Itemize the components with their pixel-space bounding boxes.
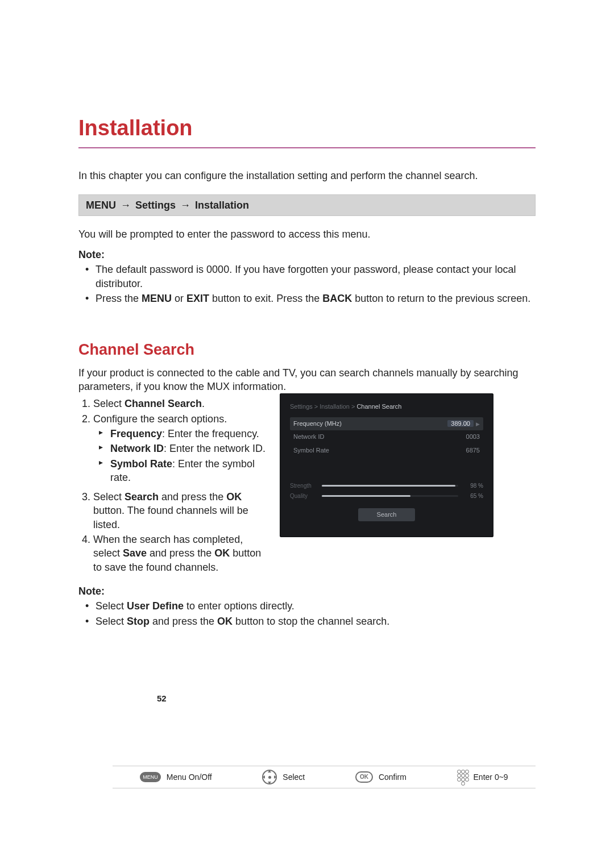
password-prompt-text: You will be prompted to enter the passwo… [78, 227, 536, 241]
note-list: Select User Define to enter options dire… [86, 599, 536, 628]
arrow-icon: → [119, 200, 132, 211]
section-intro: If your product is connected to the cabl… [78, 366, 536, 394]
legend-menu: MENU Menu On/Off [140, 772, 211, 783]
sub-option-list: Frequency: Enter the frequency. Network … [101, 427, 266, 484]
step-item: When the search has completed, select Sa… [93, 533, 266, 574]
tv-row-label: Frequency (MHz) [293, 420, 342, 428]
note-item: Press the MENU or EXIT button to exit. P… [96, 292, 536, 305]
note-item: Select User Define to enter options dire… [96, 599, 536, 613]
tv-row-value: 389.00 [447, 420, 474, 427]
tv-screenshot: Settings > Installation > Channel Search… [280, 393, 493, 537]
sub-option: Network ID: Enter the network ID. [110, 442, 266, 455]
note-label: Note: [78, 584, 536, 598]
ok-button-icon: OK [355, 771, 373, 783]
menu-path-menu: MENU [86, 200, 116, 211]
page-title: Installation [78, 114, 536, 143]
remote-legend: MENU Menu On/Off Select OK Confirm [113, 766, 536, 788]
tv-row-network-id[interactable]: Network ID 0003 [290, 430, 483, 443]
tv-row-symbol-rate[interactable]: Symbol Rate 6875 [290, 444, 483, 457]
chevron-right-icon: ▶ [476, 421, 480, 427]
page-number: 52 [157, 693, 167, 704]
numeric-keypad-icon [457, 770, 468, 784]
step-item: Configure the search options. Frequency:… [93, 412, 266, 484]
dpad-icon [262, 770, 277, 784]
note-list: The default password is 0000. If you hav… [86, 263, 536, 305]
tv-row-label: Network ID [293, 433, 324, 441]
tv-row-frequency[interactable]: Frequency (MHz) 389.00▶ [290, 417, 483, 430]
tv-row-label: Symbol Rate [293, 446, 329, 455]
section-title: Channel Search [78, 339, 536, 360]
legend-confirm: OK Confirm [355, 771, 406, 783]
sub-option: Frequency: Enter the frequency. [110, 427, 266, 441]
note-item: The default password is 0000. If you hav… [96, 263, 536, 290]
legend-enter: Enter 0~9 [457, 770, 508, 784]
title-rule [78, 147, 536, 148]
tv-strength-meter: Strength 98 % [290, 482, 483, 490]
step-item: Select Channel Search. [93, 397, 266, 410]
legend-select: Select [262, 770, 305, 784]
menu-button-icon: MENU [140, 772, 161, 782]
tv-quality-meter: Quality 65 % [290, 492, 483, 500]
menu-path-installation: Installation [195, 200, 249, 211]
tv-row-value: 6875 [466, 446, 480, 455]
sub-option: Symbol Rate: Enter the symbol rate. [110, 457, 266, 485]
step-item: Select Search and press the OK button. T… [93, 490, 266, 531]
steps-list: Select Channel Search. Configure the sea… [78, 397, 266, 574]
menu-path-banner: MENU → Settings → Installation [78, 194, 536, 216]
intro-text: In this chapter you can configure the in… [78, 169, 536, 182]
tv-search-button[interactable]: Search [358, 508, 415, 521]
tv-row-value: 0003 [466, 433, 480, 441]
note-label: Note: [78, 248, 536, 261]
arrow-icon: → [179, 200, 192, 211]
tv-breadcrumb: Settings > Installation > Channel Search [290, 402, 483, 411]
menu-path-settings: Settings [135, 200, 176, 211]
note-item: Select Stop and press the OK button to s… [96, 614, 536, 628]
